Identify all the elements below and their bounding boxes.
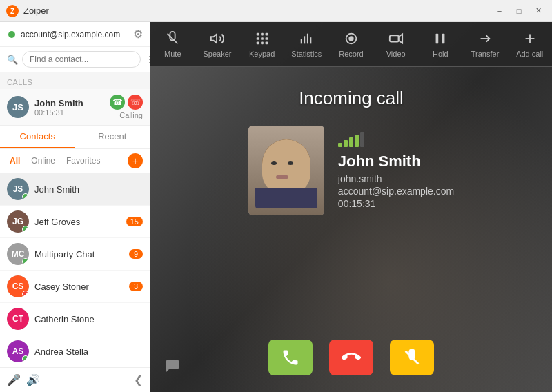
decline-call-button[interactable] <box>329 340 373 375</box>
contact-item-multiparty[interactable]: MC Multiparty Chat 9 <box>0 238 150 271</box>
contacts-tabs: Contacts Recent <box>0 126 150 149</box>
contact-name-casey: Casey Stoner <box>34 282 124 292</box>
contact-list: JS John Smith JG Jeff Groves 15 MC Multi <box>0 173 150 367</box>
status-dot-jeff <box>22 226 29 233</box>
svg-rect-10 <box>256 42 259 45</box>
svg-rect-12 <box>265 42 268 45</box>
badge-casey: 3 <box>129 282 143 291</box>
filter-online[interactable]: Online <box>28 155 58 167</box>
app-icon: Z <box>6 4 19 18</box>
main-layout: account@sip.example.com ⚙ 🔍 ⋮⋮ calls JS … <box>0 22 552 392</box>
record-label: Record <box>339 50 363 58</box>
call-actions-bar <box>150 326 552 392</box>
status-dot-casey <box>22 291 29 297</box>
minimize-button[interactable]: − <box>491 4 508 18</box>
call-toolbar: Mute Speaker <box>150 22 552 67</box>
search-input[interactable] <box>22 51 141 68</box>
collapse-icon[interactable]: ❮ <box>134 373 143 386</box>
contact-item-casey[interactable]: CS Casey Stoner 3 <box>0 271 150 303</box>
microphone-icon[interactable]: 🎤 <box>7 373 21 386</box>
tab-contacts[interactable]: Contacts <box>0 126 75 148</box>
contact-avatar-casey: CS <box>7 275 29 297</box>
keypad-icon <box>255 30 270 47</box>
toolbar-keypad[interactable]: Keypad <box>239 28 284 61</box>
caller-photo <box>248 126 324 215</box>
toolbar-add-call[interactable]: Add call <box>507 28 552 61</box>
toolbar-hold[interactable]: Hold <box>418 28 463 61</box>
toolbar-record[interactable]: Record <box>329 28 374 61</box>
svg-marker-20 <box>398 35 402 43</box>
search-bar: 🔍 ⋮⋮ <box>0 47 150 72</box>
call-content: Incoming call <box>150 67 552 326</box>
account-info: account@sip.example.com <box>7 30 120 39</box>
caller-face <box>255 133 317 208</box>
contact-item-andrea[interactable]: AS Andrea Stella <box>0 335 150 367</box>
svg-rect-11 <box>261 42 264 45</box>
calls-label: calls <box>7 78 32 86</box>
svg-rect-7 <box>256 37 259 40</box>
settings-icon[interactable]: ⚙ <box>133 28 143 41</box>
caller-username: john.smith <box>338 173 454 184</box>
window-controls: − □ ✕ <box>491 4 546 18</box>
toolbar-transfer[interactable]: Transfer <box>463 28 508 61</box>
svg-rect-21 <box>436 34 439 44</box>
maximize-button[interactable]: □ <box>511 4 527 18</box>
speaker-footer-icon[interactable]: 🔊 <box>26 373 40 386</box>
signal-bar-3 <box>349 137 353 147</box>
sidebar: account@sip.example.com ⚙ 🔍 ⋮⋮ calls JS … <box>0 22 150 392</box>
contact-name-andrea: Andrea Stella <box>34 346 143 357</box>
contact-avatar-john: JS <box>7 178 29 200</box>
title-bar: Z Zoiper − □ ✕ <box>0 0 552 22</box>
contact-item-john-smith[interactable]: JS John Smith <box>0 173 150 206</box>
caller-card: John Smith john.smith account@sip.exampl… <box>248 126 454 215</box>
mute-icon <box>165 30 180 47</box>
toolbar-speaker[interactable]: Speaker <box>195 28 240 61</box>
add-contact-button[interactable]: + <box>128 153 143 168</box>
filter-favorites[interactable]: Favorites <box>63 155 103 167</box>
contact-filter: All Online Favorites + <box>0 149 150 173</box>
caller-info: John Smith john.smith account@sip.exampl… <box>338 132 454 209</box>
svg-rect-9 <box>265 37 268 40</box>
account-status-dot <box>7 30 17 39</box>
signal-bar-2 <box>344 140 348 147</box>
mute-call-button[interactable] <box>390 340 434 375</box>
badge-multi: 9 <box>129 249 143 259</box>
signal-bar-1 <box>338 143 342 147</box>
contact-name-john: John Smith <box>34 184 143 195</box>
toolbar-video[interactable]: Video <box>373 28 418 61</box>
signal-bar-4 <box>355 135 359 147</box>
speaker-label: Speaker <box>204 50 232 58</box>
mute-label: Mute <box>164 50 181 58</box>
statistics-label: Statistics <box>291 50 322 58</box>
add-call-label: Add call <box>516 50 543 58</box>
svg-text:Z: Z <box>10 8 14 15</box>
call-status-area: ☎ ☏ Calling <box>110 95 143 119</box>
svg-rect-8 <box>261 37 264 40</box>
active-call-name: John Smith <box>34 98 104 108</box>
tab-recent[interactable]: Recent <box>75 126 150 148</box>
svg-rect-6 <box>265 33 268 36</box>
contact-name-multi: Multiparty Chat <box>34 249 124 259</box>
signal-strength <box>338 132 454 147</box>
contact-item-jeff-groves[interactable]: JG Jeff Groves 15 <box>0 206 150 238</box>
account-header: account@sip.example.com ⚙ <box>0 22 150 47</box>
contact-name-jeff: Jeff Groves <box>34 217 121 227</box>
contact-avatar-jeff: JG <box>7 210 29 233</box>
svg-marker-3 <box>211 35 217 43</box>
call-decline-button[interactable]: ☏ <box>128 95 143 110</box>
speaker-icon <box>210 30 225 47</box>
active-call-item[interactable]: JS John Smith 00:15:31 ☎ ☏ Calling <box>0 89 150 126</box>
toolbar-mute[interactable]: Mute <box>150 28 195 61</box>
answer-call-button[interactable] <box>268 340 313 375</box>
close-button[interactable]: ✕ <box>530 4 546 18</box>
toolbar-statistics[interactable]: Statistics <box>284 28 329 61</box>
hold-label: Hold <box>433 50 448 58</box>
caller-name: John Smith <box>338 153 454 170</box>
filter-all[interactable]: All <box>7 155 23 167</box>
status-dot-andrea <box>22 355 29 362</box>
contact-item-catherin[interactable]: CT Catherin Stone <box>0 303 150 335</box>
active-call-avatar: JS <box>7 96 29 118</box>
svg-rect-19 <box>390 35 399 41</box>
chat-bubble-icon[interactable] <box>164 357 181 378</box>
call-accept-button[interactable]: ☎ <box>110 95 125 110</box>
